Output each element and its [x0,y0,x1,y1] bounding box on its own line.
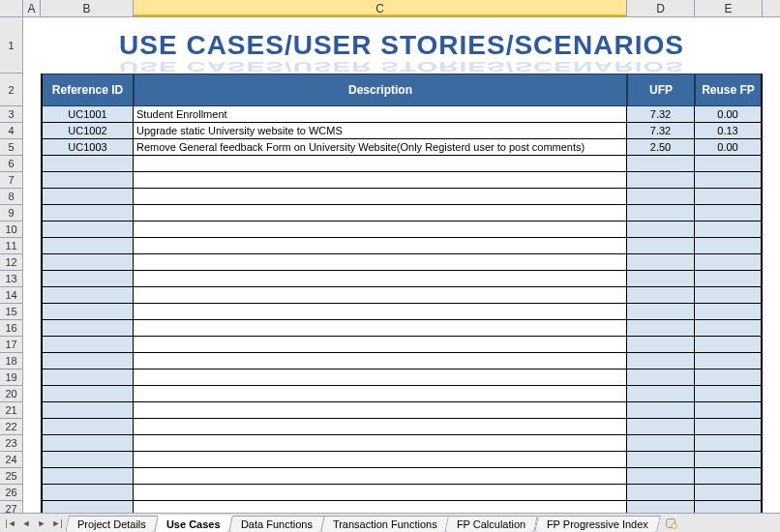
cell-ufp[interactable] [627,386,695,402]
cell-reference-id[interactable] [41,156,134,172]
cell-ufp[interactable] [627,353,695,369]
row-header[interactable]: 13 [0,271,23,287]
cell-reuse-fp[interactable] [695,287,763,304]
cell-reference-id[interactable] [41,402,134,419]
cell-reference-id[interactable]: UC1002 [41,123,134,139]
header-reuse-fp[interactable]: Reuse FP [695,74,763,106]
cell-ufp[interactable] [627,254,695,271]
cell-ufp[interactable] [627,156,695,172]
cell-reuse-fp[interactable] [695,222,763,238]
cell-reference-id[interactable] [41,386,134,402]
cell-reference-id[interactable] [41,205,134,222]
cell-reuse-fp[interactable] [695,468,763,485]
row-header[interactable]: 7 [0,172,23,189]
cell-reuse-fp[interactable] [695,369,763,386]
cell-ufp[interactable] [627,468,695,485]
cell-ufp[interactable] [627,271,695,287]
cell-reference-id[interactable]: UC1003 [41,139,134,156]
cell-reference-id[interactable] [41,238,134,254]
row-header[interactable]: 15 [0,304,23,320]
cell-reference-id[interactable] [41,189,134,205]
cell-reuse-fp[interactable] [695,452,763,468]
cell-A[interactable] [23,369,41,386]
cell-description[interactable] [134,304,627,320]
cell-reference-id[interactable] [41,369,134,386]
row-header[interactable]: 6 [0,156,23,172]
row-header[interactable]: 25 [0,468,23,485]
cell-reference-id[interactable] [41,452,134,468]
cell-reference-id[interactable] [41,222,134,238]
cell-reference-id[interactable] [41,320,134,337]
tab-last-button[interactable]: ►| [50,517,64,530]
new-sheet-icon[interactable] [665,517,678,530]
sheet-tab[interactable]: FP Progressive Index [534,516,661,532]
cell-reference-id[interactable]: UC1001 [41,106,134,123]
row-header[interactable]: 11 [0,238,23,254]
cell-description[interactable] [134,337,627,353]
cell-reuse-fp[interactable] [695,156,763,172]
cell-A[interactable] [23,238,41,254]
cell-A[interactable] [23,402,41,419]
cell-A[interactable] [23,337,41,353]
row-header[interactable]: 4 [0,123,23,139]
cell-reuse-fp[interactable] [695,419,763,435]
col-header-D[interactable]: D [627,0,695,16]
cell-description[interactable] [134,287,627,304]
header-ufp[interactable]: UFP [627,74,695,106]
cell-reuse-fp[interactable]: 0.13 [695,123,763,139]
cell-reuse-fp[interactable] [695,189,763,205]
row-header[interactable]: 18 [0,353,23,369]
row-header[interactable]: 22 [0,419,23,435]
cell-A[interactable] [23,156,41,172]
row-header[interactable]: 9 [0,205,23,222]
row-header[interactable]: 21 [0,402,23,419]
cell-ufp[interactable]: 7.32 [627,106,695,123]
cell-description[interactable] [134,435,627,452]
cell-reference-id[interactable] [41,172,134,189]
cell-description[interactable] [134,353,627,369]
cell-ufp[interactable] [627,369,695,386]
cell-reference-id[interactable] [41,353,134,369]
cell-A[interactable] [23,353,41,369]
cell-description[interactable] [134,156,627,172]
cell-A[interactable] [23,139,41,156]
cell-A[interactable] [23,419,41,435]
cell-description[interactable] [134,222,627,238]
cell-ufp[interactable]: 2.50 [627,139,695,156]
col-header-E[interactable]: E [695,0,763,16]
cell-A[interactable] [23,254,41,271]
cell-ufp[interactable] [627,452,695,468]
cell-reuse-fp[interactable] [695,353,763,369]
cell-ufp[interactable] [627,402,695,419]
cell-ufp[interactable] [627,189,695,205]
cell-reuse-fp[interactable] [695,435,763,452]
row-header[interactable]: 17 [0,337,23,353]
cell-description[interactable] [134,419,627,435]
row-header[interactable]: 12 [0,254,23,271]
cell-ufp[interactable] [627,222,695,238]
cell-ufp[interactable] [627,287,695,304]
cell-A[interactable] [23,106,41,123]
cell-description[interactable] [134,238,627,254]
tab-prev-button[interactable]: ◄ [19,517,33,530]
cell-description[interactable] [134,189,627,205]
row-header[interactable]: 24 [0,452,23,468]
cell-A[interactable] [23,452,41,468]
sheet-tab[interactable]: Project Details [65,516,159,532]
cell-A[interactable] [23,485,41,501]
row-header[interactable]: 23 [0,435,23,452]
cell-description[interactable] [134,485,627,501]
cell-reuse-fp[interactable] [695,320,763,337]
cell-reference-id[interactable] [41,435,134,452]
header-description[interactable]: Description [134,74,627,106]
cell-reuse-fp[interactable] [695,172,763,189]
cell-ufp[interactable] [627,485,695,501]
cell-description[interactable] [134,369,627,386]
cell-reuse-fp[interactable] [695,205,763,222]
cell-reference-id[interactable] [41,271,134,287]
cell-A[interactable] [23,172,41,189]
cell-description[interactable] [134,172,627,189]
cell-reuse-fp[interactable] [695,254,763,271]
cell-reuse-fp[interactable] [695,271,763,287]
cell-description[interactable] [134,452,627,468]
